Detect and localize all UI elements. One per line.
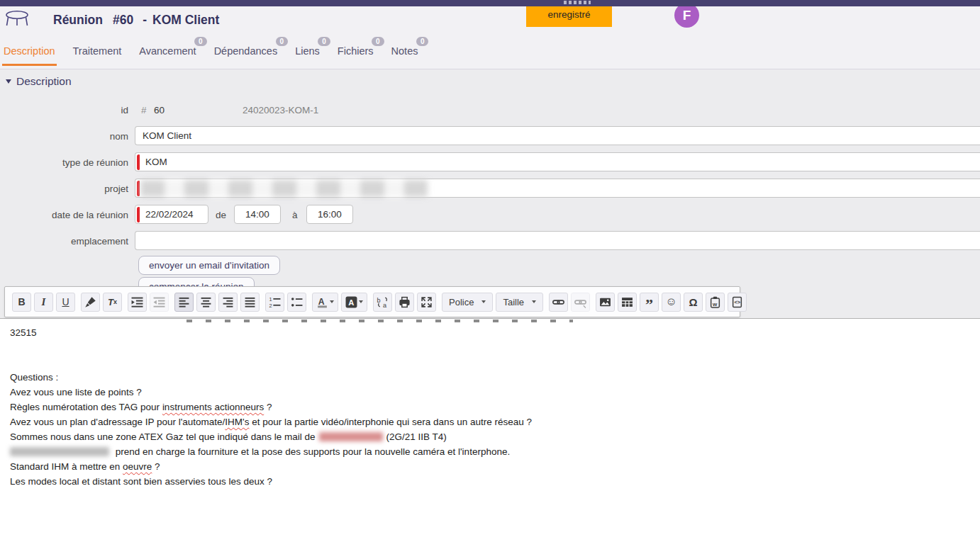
- redacted-name: [10, 447, 109, 456]
- collapse-triangle-icon: [6, 79, 11, 84]
- clipped-toolbar-row: [186, 320, 573, 322]
- table-icon: [621, 296, 633, 308]
- title-name: KOM Client: [152, 13, 219, 27]
- font-dropdown[interactable]: Police: [442, 293, 493, 312]
- editor-text: 32515 Questions : Avez vous une liste de…: [10, 325, 532, 489]
- tab-bar: Description Traitement Avancement0 Dépen…: [2, 39, 419, 66]
- underline-button[interactable]: U: [56, 293, 75, 312]
- editor-line: Avez vous une liste de points ?: [10, 385, 532, 400]
- special-char-button[interactable]: Ω: [684, 293, 703, 312]
- svg-text:<>: <>: [735, 299, 741, 305]
- page-title: Réunion#60-KOM Client: [53, 13, 219, 28]
- editor-line: Sommes nous dans une zone ATEX Gaz tel q…: [10, 429, 532, 444]
- source-icon: <>: [731, 296, 743, 308]
- paste-from-word-button[interactable]: w: [706, 293, 725, 312]
- id-value: 60: [154, 105, 165, 115]
- tab-notes[interactable]: Notes0: [390, 39, 420, 66]
- ordered-list-icon: 12: [269, 296, 281, 308]
- align-center-icon: [200, 296, 212, 308]
- image-button[interactable]: [596, 293, 615, 312]
- unordered-list-button[interactable]: [287, 293, 306, 312]
- type-input[interactable]: [135, 153, 980, 171]
- justify-icon: [244, 296, 256, 308]
- top-bar: [0, 0, 980, 6]
- spellcheck-button[interactable]: ba: [373, 293, 392, 312]
- tab-fichiers[interactable]: Fichiers0: [336, 39, 375, 66]
- date-input[interactable]: [135, 205, 208, 223]
- align-left-button[interactable]: [174, 293, 194, 312]
- ordered-list-button[interactable]: 12: [265, 293, 284, 312]
- spellcheck-icon: ba: [377, 296, 389, 308]
- editor-line: 32515: [10, 325, 532, 340]
- indent-button[interactable]: [128, 293, 147, 312]
- editor-line: Les modes local et distant sont bien ass…: [10, 474, 532, 489]
- nom-field: [135, 126, 980, 145]
- tab-badge: 0: [276, 37, 289, 46]
- redacted-name: [319, 432, 383, 441]
- title-entity: Réunion: [53, 13, 103, 27]
- align-right-icon: [222, 296, 234, 308]
- outdent-icon: [153, 296, 165, 308]
- text-color-button[interactable]: A: [312, 293, 338, 312]
- align-center-button[interactable]: [196, 293, 216, 312]
- editor-line: Questions :: [10, 370, 532, 385]
- bold-button[interactable]: B: [12, 293, 31, 312]
- print-button[interactable]: [395, 293, 414, 312]
- chevron-down-icon: [532, 300, 536, 303]
- emplacement-input[interactable]: [135, 232, 980, 249]
- remove-format-button[interactable]: Tx: [103, 293, 122, 312]
- svg-text:A: A: [348, 298, 354, 306]
- editor-line: Avez vous un plan d'adressage IP pour l'…: [10, 414, 532, 429]
- italic-button[interactable]: I: [34, 293, 53, 312]
- meeting-table-icon: [4, 9, 30, 30]
- misspelled-text: oeuvre: [123, 461, 152, 472]
- svg-text:2: 2: [269, 303, 272, 308]
- nom-input[interactable]: [135, 127, 980, 145]
- tab-traitement[interactable]: Traitement: [72, 39, 123, 66]
- send-invitation-email-button[interactable]: envoyer un email d'invitation: [138, 256, 280, 275]
- maximize-button[interactable]: [417, 293, 436, 312]
- editor-line: [10, 355, 532, 370]
- tab-liens[interactable]: Liens0: [294, 39, 321, 66]
- chevron-down-icon: [359, 300, 363, 303]
- unordered-list-icon: [291, 296, 303, 308]
- label-a: à: [292, 210, 298, 220]
- background-color-icon: A: [345, 296, 357, 308]
- tab-dependances[interactable]: Dépendances0: [213, 39, 279, 66]
- justify-button[interactable]: [240, 293, 260, 312]
- align-right-button[interactable]: [218, 293, 238, 312]
- title-separator: -: [143, 13, 147, 27]
- table-button[interactable]: [618, 293, 637, 312]
- svg-text:w: w: [712, 300, 718, 307]
- section-header-description[interactable]: Description: [6, 75, 72, 88]
- blockquote-button[interactable]: ”: [640, 293, 659, 312]
- outdent-button[interactable]: [150, 293, 169, 312]
- svg-text:a: a: [383, 301, 387, 307]
- title-id: #60: [113, 13, 133, 27]
- editor-line: Règles numérotation des TAG pour instrum…: [10, 400, 532, 414]
- size-dropdown[interactable]: Taille: [496, 293, 543, 312]
- image-icon: [599, 296, 611, 308]
- copy-format-button[interactable]: [81, 293, 100, 312]
- id-reference: 24020023-KOM-1: [243, 105, 318, 115]
- text-color-icon: A: [316, 296, 328, 308]
- time-to-input[interactable]: [307, 205, 352, 223]
- paste-word-icon: w: [709, 296, 721, 308]
- emoji-button[interactable]: ☺: [662, 293, 681, 312]
- misspelled-text: IHM's: [225, 417, 249, 427]
- avatar[interactable]: F: [674, 3, 699, 28]
- tab-badge: 0: [194, 37, 207, 46]
- chevron-down-icon: [481, 300, 486, 303]
- field-label-date: date de la réunion: [0, 210, 128, 220]
- tab-description[interactable]: Description: [2, 39, 57, 66]
- background-color-button[interactable]: A: [341, 293, 367, 312]
- time-from-input[interactable]: [235, 205, 280, 223]
- field-label-emplacement: emplacement: [0, 236, 128, 247]
- field-label-projet: projet: [0, 184, 128, 194]
- section-title: Description: [16, 75, 72, 88]
- richtext-toolbar: B I U Tx: [4, 286, 740, 317]
- source-button[interactable]: <>: [728, 293, 747, 312]
- tab-avancement[interactable]: Avancement0: [138, 39, 197, 66]
- unlink-button[interactable]: [571, 293, 590, 312]
- link-button[interactable]: [549, 293, 568, 312]
